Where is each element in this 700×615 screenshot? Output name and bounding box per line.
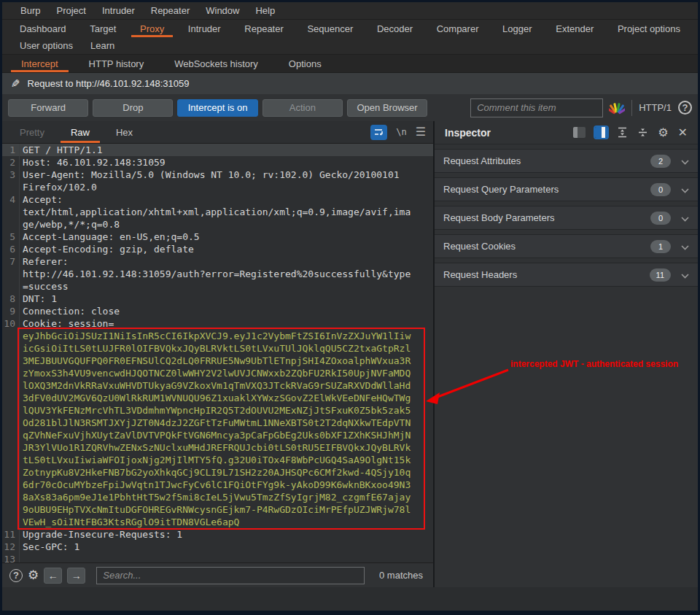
collapse-all-icon[interactable] — [637, 127, 648, 138]
search-prev-button[interactable]: ← — [44, 568, 62, 584]
tab-target[interactable]: Target — [81, 20, 125, 37]
inspector-section-request-headers[interactable]: Request Headers11 — [435, 263, 698, 287]
request-line[interactable]: 8DNT: 1 — [2, 293, 433, 305]
tab-comparer[interactable]: Comparer — [428, 20, 488, 37]
jwt-token-line[interactable]: lOXQ3M2dnVkRRaVxuWHVDTUkyaG9VZkoxVm1qTmV… — [2, 379, 433, 392]
request-line[interactable]: 7Referer: — [2, 255, 433, 268]
tab-decoder[interactable]: Decoder — [368, 20, 421, 37]
jwt-token-line[interactable]: qZVhNeFxuVjhXUytZaVlDVTVPQkFtVGN6Mncya3p… — [2, 429, 433, 441]
jwt-token-line[interactable]: 3dFV0dUV2MGV6QzU0WlRkRUM1WVNUQU96Z1xuakl… — [2, 392, 433, 404]
line-text — [20, 553, 23, 562]
editor-tab-raw[interactable]: Raw — [61, 121, 100, 143]
subtab-http-history[interactable]: HTTP history — [79, 55, 155, 72]
jwt-token-line[interactable]: 8aXs83a6pm9eJ1e1PbhtHtT5w2f5mi8cIeL5jVwu… — [2, 491, 433, 503]
menu-window[interactable]: Window — [198, 5, 247, 16]
raw-request-view[interactable]: 1GET / HTTP/1.12Host: 46.101.92.148:3105… — [2, 144, 433, 562]
request-line[interactable]: 9Connection: close — [2, 305, 433, 317]
request-line[interactable]: 4Accept: — [2, 193, 433, 206]
drop-button[interactable]: Drop — [93, 99, 173, 117]
inspector-settings-icon[interactable]: ⚙ — [658, 127, 668, 139]
forward-button[interactable]: Forward — [8, 99, 88, 117]
comment-input[interactable] — [470, 98, 603, 117]
line-text: Cookie: session= — [20, 317, 114, 330]
editor-menu-icon[interactable]: ☰ — [416, 126, 426, 138]
help-icon[interactable]: ? — [678, 101, 692, 115]
tab-dashboard[interactable]: Dashboard — [11, 20, 75, 37]
inspector-section-request-query-parameters[interactable]: Request Query Parameters0 — [435, 177, 698, 201]
tab-sequencer[interactable]: Sequencer — [298, 20, 362, 37]
request-line[interactable]: 3User-Agent: Mozilla/5.0 (Windows NT 10.… — [2, 169, 433, 181]
tab-user-options[interactable]: User options — [11, 37, 82, 54]
dock-right-icon[interactable] — [595, 127, 607, 138]
chevron-down-icon[interactable] — [681, 183, 689, 196]
chevron-down-icon[interactable] — [681, 268, 689, 282]
dock-left-icon[interactable] — [573, 127, 586, 138]
tab-repeater[interactable]: Repeater — [236, 20, 292, 37]
inspector-section-request-cookies[interactable]: Request Cookies1 — [435, 234, 698, 258]
jwt-token-line[interactable]: ZotnypKu8V2HkeFNB7bG2yoXhkqGCj9CLI9L71SH… — [2, 466, 433, 479]
tab-extender[interactable]: Extender — [547, 20, 602, 37]
show-newlines-toggle-icon[interactable]: \n — [396, 127, 406, 137]
jwt-token-line[interactable]: zYmoxS3h4VU9vencwdHJQOTNCZ0lwWHY2V2lwUVJ… — [2, 367, 433, 379]
request-line[interactable]: ge/webp,*/*;q=0.8 — [2, 218, 433, 231]
jwt-token-line[interactable]: JR3YlVUo1R1ZQRVhwZENxSzNUclxuMHdJREFRQUJ… — [2, 441, 433, 454]
tab-logger[interactable]: Logger — [494, 20, 540, 37]
menu-repeater[interactable]: Repeater — [143, 5, 198, 16]
menu-intruder[interactable]: Intruder — [94, 5, 143, 16]
edit-pencil-icon[interactable]: ✎ — [11, 77, 20, 90]
search-input[interactable] — [96, 567, 365, 584]
action-button[interactable]: Action — [262, 99, 343, 117]
jwt-token-line[interactable]: tLS0tLVxuIiwiaWFOIjoxNjg2MjIlMTY5fQ.g32U… — [2, 454, 433, 466]
editor-tab-hex[interactable]: Hex — [106, 121, 143, 143]
search-help-icon[interactable]: ? — [9, 569, 23, 582]
request-line[interactable]: 10Cookie: session= — [2, 317, 433, 330]
request-line[interactable]: =success — [2, 280, 433, 293]
menu-project[interactable]: Project — [48, 5, 93, 16]
request-line[interactable]: text/html,application/xhtml+xml,applicat… — [2, 206, 433, 218]
jwt-token-line[interactable]: eyJhbGciOiJSUzI1NiIsInR5cCI6IkpXVCJ9.eyJ… — [2, 330, 433, 342]
expand-all-icon[interactable] — [617, 127, 628, 138]
jwt-token-line[interactable]: 6dr70cOcuMYbzeFpiJwVqtn1TJwcFyCv6lC1FQiO… — [2, 479, 433, 491]
chevron-down-icon[interactable] — [681, 240, 689, 253]
request-line[interactable]: 5Accept-Language: en-US,en;q=0.5 — [2, 231, 433, 243]
chevron-down-icon[interactable] — [681, 155, 689, 168]
tab-project-options[interactable]: Project options — [609, 20, 689, 37]
jwt-token-line[interactable]: 3MEJBUUVGQUFPQ0FR0EFNSUlCQ2dLQ0FRRUE5Nw9… — [2, 355, 433, 367]
subtab-intercept[interactable]: Intercept — [11, 55, 69, 72]
menu-help[interactable]: Help — [247, 5, 283, 16]
menu-burp[interactable]: Burp — [12, 5, 48, 16]
tab-proxy[interactable]: Proxy — [131, 20, 173, 37]
inspector-section-request-body-parameters[interactable]: Request Body Parameters0 — [435, 206, 698, 230]
request-line[interactable]: 6Accept-Encoding: gzip, deflate — [2, 243, 433, 255]
inspector-close-icon[interactable]: ✕ — [678, 127, 688, 139]
jwt-token-line[interactable]: VEwH_sOiINtFBG3KtsRGglO9itTDN8VGLe6apQ — [2, 516, 433, 528]
request-line[interactable]: 12Sec-GPC: 1 — [2, 541, 433, 553]
jwt-token-line[interactable]: lQUV3YkFENzMrcVhTL3VDdmhmYWpncHpIR2Q5T2d… — [2, 404, 433, 417]
subtab-options[interactable]: Options — [279, 55, 332, 72]
request-line[interactable]: 2Host: 46.101.92.148:31059 — [2, 156, 433, 169]
jwt-token-line[interactable]: Od281blJlN3RSMTJXYjJZT0N4dzJ2ZGFtTzFuMWt… — [2, 417, 433, 429]
jwt-token-line[interactable]: icGsiOiItLS0tLUJFR0lOIFBVQkxJQyBLRVktLS0… — [2, 342, 433, 355]
request-line[interactable]: 1GET / HTTP/1.1 — [2, 144, 433, 156]
tab-intruder[interactable]: Intruder — [179, 20, 230, 37]
intercept-toggle-button[interactable]: Intercept is on — [177, 99, 257, 117]
request-line[interactable]: Firefox/102.0 — [2, 181, 433, 193]
tab-learn[interactable]: Learn — [82, 37, 123, 54]
request-title-bar: ✎ Request to http://46.101.92.148:31059 — [2, 73, 698, 94]
request-line[interactable]: 11Upgrade-Insecure-Requests: 1 — [2, 528, 433, 541]
request-line[interactable]: http://46.101.92.148:31059/auth?error=Re… — [2, 268, 433, 280]
search-next-button[interactable]: → — [67, 568, 85, 584]
request-line[interactable]: 13 — [2, 553, 433, 562]
soft-wrap-toggle-icon[interactable] — [370, 125, 387, 140]
highlighter-color-icon[interactable] — [609, 101, 625, 115]
open-browser-button[interactable]: Open Browser — [347, 99, 427, 117]
line-text: User-Agent: Mozilla/5.0 (Windows NT 10.0… — [20, 169, 400, 181]
search-settings-gear-icon[interactable]: ⚙ — [28, 568, 39, 583]
subtab-websockets-history[interactable]: WebSockets history — [164, 55, 268, 72]
inspector-section-request-attributes[interactable]: Request Attributes2 — [435, 149, 698, 173]
jwt-token-line[interactable]: 9oUBU9EHpTVXcNmItuDGFOHREGvRNWcysnGEjkm7… — [2, 503, 433, 516]
http-version-label[interactable]: HTTP/1 — [639, 102, 672, 113]
line-text: Accept-Language: en-US,en;q=0.5 — [20, 231, 200, 243]
editor-tab-pretty[interactable]: Pretty — [9, 121, 55, 143]
chevron-down-icon[interactable] — [681, 212, 689, 225]
